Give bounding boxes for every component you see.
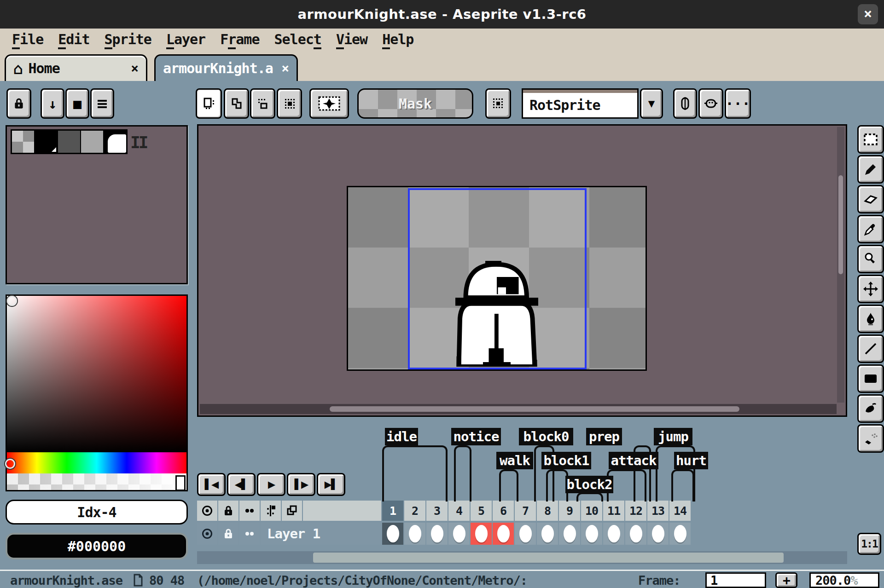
frame-header-9[interactable]: 9 bbox=[559, 501, 580, 521]
zoom-ratio-button[interactable]: 1:1 bbox=[857, 533, 881, 555]
cel-frame-1[interactable] bbox=[382, 523, 403, 545]
selection-preview-button[interactable] bbox=[309, 88, 349, 119]
palette-options-button[interactable] bbox=[90, 88, 114, 119]
frame-header-14[interactable]: 14 bbox=[669, 501, 691, 521]
layer-visibility-toggle[interactable] bbox=[197, 523, 217, 545]
menu-view[interactable]: View bbox=[336, 31, 367, 47]
frame-header-7[interactable]: 7 bbox=[515, 501, 536, 521]
layer-lock-toggle[interactable] bbox=[218, 523, 238, 545]
cel-frame-10[interactable] bbox=[581, 523, 602, 545]
canvas-horizontal-scrollbar[interactable] bbox=[200, 404, 837, 414]
frame-number-input[interactable] bbox=[705, 572, 766, 588]
hue-handle[interactable] bbox=[5, 459, 15, 469]
tag-hurt[interactable]: hurt bbox=[674, 452, 708, 469]
layer-name[interactable]: Layer 1 bbox=[261, 523, 381, 545]
selection-replace-button[interactable] bbox=[196, 88, 222, 119]
saturation-value-gradient[interactable] bbox=[7, 296, 186, 452]
tool-eyedropper[interactable] bbox=[857, 215, 884, 243]
palette-swatch-white[interactable] bbox=[103, 131, 126, 153]
layer-onion-skin-toggle[interactable] bbox=[239, 523, 260, 545]
tag-prep[interactable]: prep bbox=[586, 428, 622, 445]
palette-swatch-transparent[interactable] bbox=[12, 131, 34, 153]
palette-swatch-dark-gray[interactable] bbox=[57, 131, 80, 153]
hue-slider[interactable] bbox=[7, 452, 186, 473]
tag-jump[interactable]: jump bbox=[654, 428, 692, 445]
cel-frame-14[interactable] bbox=[669, 523, 691, 545]
frame-header-4[interactable]: 4 bbox=[448, 501, 470, 521]
frame-header-13[interactable]: 13 bbox=[647, 501, 669, 521]
vertical-scroll-thumb[interactable] bbox=[838, 175, 843, 274]
go-to-last-frame-button[interactable]: ▶▌ bbox=[317, 473, 345, 496]
cel-frame-13[interactable] bbox=[647, 523, 669, 545]
cel-frame-5[interactable] bbox=[471, 523, 492, 545]
timeline-lock-toggle[interactable] bbox=[218, 501, 238, 521]
tool-rectangle[interactable] bbox=[857, 364, 884, 393]
tag-notice[interactable]: notice bbox=[451, 428, 501, 445]
frame-header-10[interactable]: 10 bbox=[581, 501, 602, 521]
menu-layer[interactable]: Layer bbox=[166, 31, 205, 47]
palette-lock-button[interactable] bbox=[6, 88, 31, 119]
cel-frame-2[interactable] bbox=[404, 523, 425, 545]
grid-settings-button[interactable] bbox=[485, 88, 511, 119]
window-close-button[interactable]: × bbox=[858, 4, 878, 24]
menu-frame[interactable]: Frame bbox=[220, 31, 259, 47]
alpha-handle[interactable] bbox=[175, 475, 186, 491]
frame-header-2[interactable]: 2 bbox=[404, 501, 425, 521]
canvas-vertical-scrollbar[interactable] bbox=[837, 127, 844, 403]
timeline-keyframe-options[interactable] bbox=[261, 501, 281, 521]
horizontal-scroll-thumb[interactable] bbox=[330, 406, 739, 412]
cel-frame-11[interactable] bbox=[603, 523, 624, 545]
frame-header-1[interactable]: 1 bbox=[382, 501, 403, 521]
menu-sprite[interactable]: Sprite bbox=[105, 31, 151, 47]
tool-rectangular-marquee[interactable] bbox=[857, 125, 884, 154]
tool-eraser[interactable] bbox=[857, 185, 884, 213]
tab-document[interactable]: armourKnight.a × bbox=[154, 54, 298, 81]
tool-jumble[interactable] bbox=[857, 424, 884, 453]
tag-idle[interactable]: idle bbox=[385, 428, 418, 445]
selection-union-button[interactable] bbox=[224, 88, 249, 119]
selection-intersect-button[interactable] bbox=[277, 88, 302, 119]
frame-header-12[interactable]: 12 bbox=[625, 501, 646, 521]
cel-frame-12[interactable] bbox=[625, 523, 646, 545]
go-to-first-frame-button[interactable]: ▌◀ bbox=[197, 473, 226, 496]
selection-subtract-button[interactable] bbox=[250, 88, 275, 119]
menu-help[interactable]: Help bbox=[382, 31, 413, 47]
symmetry-button[interactable] bbox=[673, 88, 697, 119]
menu-file[interactable]: File bbox=[12, 31, 43, 47]
frame-header-3[interactable]: 3 bbox=[426, 501, 448, 521]
palette-presets-button[interactable]: ■ bbox=[65, 88, 89, 119]
cel-frame-8[interactable] bbox=[537, 523, 558, 545]
palette-swatch-black[interactable] bbox=[34, 131, 57, 153]
cel-frame-3[interactable] bbox=[426, 523, 448, 545]
alpha-slider[interactable] bbox=[7, 473, 186, 490]
timeline-onion-skin-toggle[interactable] bbox=[239, 501, 260, 521]
frame-header-6[interactable]: 6 bbox=[493, 501, 514, 521]
timeline-visibility-toggle[interactable] bbox=[197, 501, 217, 521]
next-frame-button[interactable]: ▌▶ bbox=[287, 473, 315, 496]
tag-walk[interactable]: walk bbox=[496, 452, 533, 469]
timeline-scroll-thumb[interactable] bbox=[313, 553, 784, 563]
tag-block1[interactable]: block1 bbox=[541, 452, 591, 469]
sprite-editor[interactable] bbox=[197, 124, 847, 417]
zoom-level-box[interactable]: 200.0% bbox=[809, 572, 879, 588]
play-button[interactable]: ▶ bbox=[257, 473, 285, 496]
preview-eye-button[interactable] bbox=[698, 88, 723, 119]
tool-move[interactable] bbox=[857, 275, 884, 303]
tag-block0[interactable]: block0 bbox=[519, 428, 573, 445]
tool-contour[interactable] bbox=[857, 394, 884, 423]
frame-header-11[interactable]: 11 bbox=[603, 501, 624, 521]
frame-increment-button[interactable]: + bbox=[775, 572, 797, 588]
tag-block2[interactable]: block2 bbox=[565, 476, 613, 493]
menu-edit[interactable]: Edit bbox=[58, 31, 89, 47]
canvas[interactable] bbox=[347, 186, 647, 371]
rotation-algorithm-dropdown[interactable]: RotSprite bbox=[522, 88, 639, 119]
frame-header-5[interactable]: 5 bbox=[471, 501, 492, 521]
palette-sort-button[interactable]: ↓ bbox=[41, 88, 64, 119]
cel-frame-6[interactable] bbox=[493, 523, 514, 545]
palette-swatch-light-gray[interactable] bbox=[80, 131, 103, 153]
tool-line[interactable] bbox=[857, 334, 884, 363]
more-options-button[interactable]: ··· bbox=[725, 88, 751, 119]
timeline-duplicate-options[interactable] bbox=[282, 501, 302, 521]
rotation-dropdown-arrow[interactable]: ▼ bbox=[640, 88, 663, 119]
gradient-handle[interactable] bbox=[7, 296, 17, 306]
